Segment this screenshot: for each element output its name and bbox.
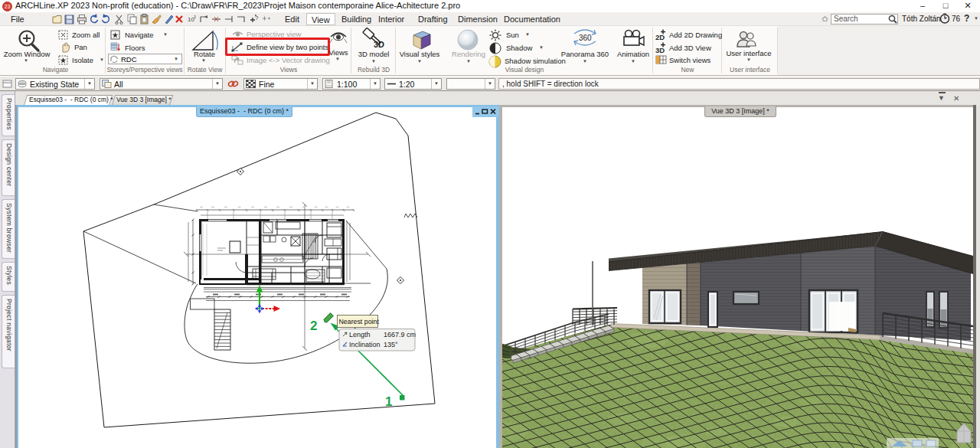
svg-text:1: 1 bbox=[385, 394, 392, 409]
svg-text:2D: 2D bbox=[655, 33, 665, 41]
svg-text:Nearest point: Nearest point bbox=[339, 318, 380, 325]
svg-text:135°: 135° bbox=[384, 341, 398, 348]
svg-text:2: 2 bbox=[310, 319, 317, 333]
svg-text:3: 3 bbox=[194, 15, 196, 19]
svg-text:360: 360 bbox=[579, 34, 592, 42]
svg-text:3D: 3D bbox=[655, 46, 665, 54]
svg-text:Length: Length bbox=[349, 331, 371, 338]
svg-text:1667.9 cm: 1667.9 cm bbox=[384, 331, 416, 338]
svg-text:Inclination: Inclination bbox=[349, 341, 381, 348]
svg-text:23: 23 bbox=[5, 4, 11, 9]
svg-text:3D: 3D bbox=[374, 40, 384, 49]
